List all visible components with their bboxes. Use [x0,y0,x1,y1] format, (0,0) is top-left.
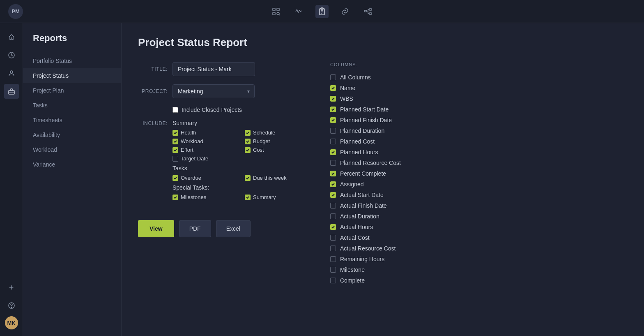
scan-icon[interactable] [269,5,283,18]
col-checkbox-16[interactable] [330,246,336,251]
include-item-workload: Workload [172,138,238,144]
include-item-budget: Budget [245,138,310,144]
column-item-16: Actual Resource Cost [330,243,624,254]
col-checkbox-11[interactable] [330,192,336,198]
sidebar-item-project-plan[interactable]: Project Plan [23,83,121,98]
cost-check[interactable] [245,147,251,153]
col-checkbox-0[interactable] [330,74,336,80]
health-check[interactable] [172,130,178,136]
schedule-check[interactable] [245,130,251,136]
title-label: TITLE: [138,62,168,72]
buttons-row: View PDF Excel [138,220,310,237]
column-item-6: Planned Cost [330,136,624,147]
col-checkbox-7[interactable] [330,149,336,155]
col-label-5: Planned Duration [340,127,384,134]
main-content: Project Status Report TITLE: PROJECT: Ma… [122,23,644,336]
col-checkbox-6[interactable] [330,139,336,144]
col-checkbox-9[interactable] [330,171,336,176]
sidebar-item-tasks[interactable]: Tasks [23,98,121,113]
link-icon[interactable] [338,5,352,18]
col-checkbox-4[interactable] [330,117,336,123]
plus-nav-icon[interactable]: + [4,280,19,295]
col-checkbox-15[interactable] [330,235,336,241]
col-checkbox-2[interactable] [330,96,336,102]
svg-point-22 [11,308,12,308]
col-label-2: WBS [340,95,353,102]
svg-point-18 [10,71,13,73]
include-item-schedule: Schedule [245,130,310,136]
col-label-18: Milestone [340,266,365,273]
col-checkbox-19[interactable] [330,278,336,283]
col-label-13: Actual Duration [340,213,380,220]
svg-rect-1 [277,8,279,11]
column-item-5: Planned Duration [330,125,624,136]
col-label-9: Percent Complete [340,170,386,177]
project-select[interactable]: Marketing Development Design [172,84,255,98]
view-button[interactable]: View [138,220,174,237]
activity-icon[interactable] [292,5,306,18]
col-label-7: Planned Hours [340,149,378,155]
briefcase-nav-icon[interactable] [4,84,19,99]
col-checkbox-18[interactable] [330,267,336,273]
col-checkbox-1[interactable] [330,85,336,91]
include-item-summary-special: Summary [245,194,310,200]
col-checkbox-10[interactable] [330,181,336,187]
target-date-label: Target Date [181,155,208,162]
user-avatar[interactable]: MK [5,316,18,329]
col-label-3: Planned Start Date [340,106,389,113]
excel-button[interactable]: Excel [216,220,251,237]
column-item-15: Actual Cost [330,232,624,243]
effort-check[interactable] [172,147,178,153]
top-bar-icons [269,5,375,18]
clock-nav-icon[interactable] [4,48,19,63]
target-date-check[interactable] [172,156,178,162]
include-item-milestones: Milestones [172,194,238,200]
col-label-0: All Columns [340,74,371,81]
sidebar-item-timesheets[interactable]: Timesheets [23,113,121,127]
include-closed-checkbox[interactable] [172,107,178,113]
column-item-12: Actual Finish Date [330,200,624,211]
structure-icon[interactable] [361,5,375,18]
column-item-19: Complete [330,275,624,286]
column-item-1: Name [330,83,624,93]
column-item-0: All Columns [330,72,624,83]
col-checkbox-3[interactable] [330,107,336,112]
col-checkbox-12[interactable] [330,203,336,209]
users-nav-icon[interactable] [4,66,19,81]
due-this-week-check[interactable] [245,175,251,181]
sidebar-item-portfolio-status[interactable]: Portfolio Status [23,53,121,68]
column-item-13: Actual Duration [330,211,624,222]
col-checkbox-13[interactable] [330,213,336,219]
column-item-11: Actual Start Date [330,190,624,200]
help-nav-icon[interactable] [4,298,19,313]
sidebar-item-workload[interactable]: Workload [23,142,121,157]
schedule-label: Schedule [253,130,275,136]
col-checkbox-17[interactable] [330,256,336,262]
budget-check[interactable] [245,139,251,144]
overdue-check[interactable] [172,175,178,181]
col-label-12: Actual Finish Date [340,202,387,209]
title-input[interactable] [172,62,255,76]
pdf-button[interactable]: PDF [179,220,211,237]
col-checkbox-5[interactable] [330,128,336,134]
cost-label: Cost [253,147,264,153]
svg-line-4 [279,14,280,15]
home-nav-icon[interactable] [4,30,19,44]
col-checkbox-8[interactable] [330,160,336,166]
form-area: TITLE: PROJECT: Marketing Development De… [138,62,628,286]
col-checkbox-14[interactable] [330,224,336,230]
column-item-8: Planned Resource Cost [330,158,624,168]
workload-check[interactable] [172,139,178,144]
column-item-14: Actual Hours [330,222,624,232]
clipboard-icon[interactable] [315,5,329,18]
summary-special-check[interactable] [245,195,251,200]
sidebar-item-availability[interactable]: Availability [23,127,121,142]
milestones-label: Milestones [181,194,206,200]
form-left: TITLE: PROJECT: Marketing Development De… [138,62,310,286]
milestones-check[interactable] [172,195,178,200]
column-item-10: Assigned [330,179,624,190]
sidebar-item-project-status[interactable]: Project Status [23,68,121,83]
sidebar-item-variance[interactable]: Variance [23,157,121,172]
budget-label: Budget [253,138,270,144]
col-label-15: Actual Cost [340,234,370,241]
